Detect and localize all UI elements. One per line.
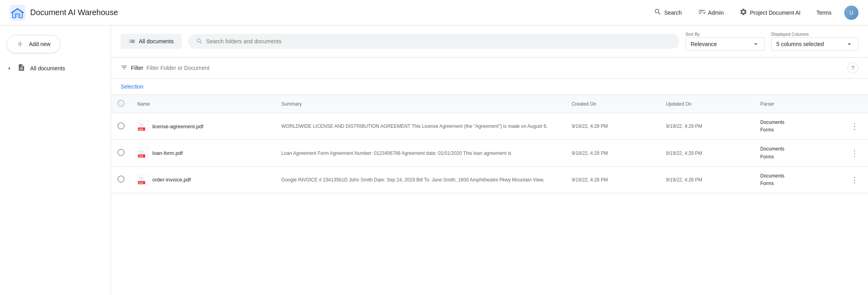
pdf-icon: PDF — [137, 121, 148, 132]
row-more-actions-button[interactable]: ⋮ — [847, 174, 862, 186]
row-actions-cell: ⋮ — [841, 113, 868, 140]
sort-by-value: Relevance — [691, 41, 717, 47]
row-summary-cell: WORLDWIDE LICENSE AND DISTRIBUTION AGREE… — [275, 113, 565, 140]
filter-bar: Filter ? — [111, 58, 868, 79]
svg-text:PDF: PDF — [139, 155, 143, 158]
app-layout: Add new All documents All documents — [0, 25, 868, 295]
row-updated-cell: 9/19/22, 4:29 PM — [660, 113, 754, 140]
svg-text:PDF: PDF — [139, 128, 143, 131]
project-nav-label: Project Document AI — [750, 10, 801, 16]
plus-icon — [16, 40, 24, 48]
svg-rect-5 — [21, 44, 23, 44]
columns-container: Displayed Columns 5 columns selected — [771, 32, 858, 51]
svg-rect-21 — [139, 153, 144, 154]
search-nav-label: Search — [664, 10, 682, 16]
add-new-label: Add new — [29, 41, 50, 47]
col-header-updated: Updated On — [660, 95, 754, 113]
filter-left: Filter — [121, 64, 226, 72]
row-updated-cell: 9/19/22, 4:29 PM — [660, 140, 754, 166]
sidebar: Add new All documents — [0, 25, 111, 295]
row-more-actions-button[interactable]: ⋮ — [847, 120, 862, 132]
row-actions-cell: ⋮ — [841, 166, 868, 193]
search-bar-icon — [196, 38, 203, 45]
row-name-cell: PDF license-agreement.pdf — [131, 113, 275, 140]
svg-rect-28 — [139, 178, 143, 179]
pdf-icon: PDF — [137, 148, 148, 159]
avatar[interactable]: U — [844, 6, 858, 20]
filter-icon — [121, 64, 128, 72]
row-more-actions-button[interactable]: ⋮ — [847, 147, 862, 159]
app-logo: Document AI Warehouse — [10, 5, 118, 21]
row-filename: license-agreement.pdf — [152, 123, 204, 129]
terms-nav-item[interactable]: Terms — [813, 6, 835, 19]
row-checkbox[interactable] — [117, 122, 125, 129]
table-row: PDF order-invoice.pdf Google INVOICE # 2… — [111, 166, 868, 193]
all-documents-button[interactable]: All documents — [121, 34, 182, 49]
top-nav: Document AI Warehouse Search Admin Proje… — [0, 0, 868, 25]
columns-value: 5 columns selected — [776, 41, 824, 47]
svg-rect-4 — [18, 44, 20, 44]
svg-rect-3 — [20, 44, 21, 46]
admin-nav-label: Admin — [708, 10, 724, 16]
search-nav-item[interactable]: Search — [651, 5, 685, 20]
row-created-cell: 9/19/22, 4:29 PM — [565, 113, 660, 140]
row-parser-cell: DocumentsForms — [754, 113, 841, 140]
toolbar: All documents Sort By Relevance Displa — [111, 25, 868, 58]
columns-select[interactable]: 5 columns selected — [771, 37, 858, 51]
row-checkbox-cell — [111, 166, 131, 193]
columns-dropdown-icon — [845, 40, 853, 48]
row-checkbox-cell — [111, 113, 131, 140]
all-documents-btn-label: All documents — [139, 38, 174, 44]
gear-icon — [739, 8, 747, 17]
terms-nav-label: Terms — [816, 10, 832, 16]
nav-actions: Search Admin Project Document AI Terms U — [651, 5, 858, 20]
selection-bar: Selection — [111, 79, 868, 95]
svg-rect-13 — [139, 126, 144, 127]
col-header-summary: Summary — [275, 95, 565, 113]
add-new-button[interactable]: Add new — [6, 35, 60, 53]
project-nav-item[interactable]: Project Document AI — [736, 5, 804, 20]
row-checkbox-cell — [111, 140, 131, 166]
svg-rect-1 — [15, 14, 19, 18]
expand-icon — [6, 65, 13, 71]
avatar-initials: U — [849, 10, 853, 16]
table-body: PDF license-agreement.pdf WORLDWIDE LICE… — [111, 113, 868, 193]
svg-rect-19 — [139, 150, 144, 151]
all-documents-label: All documents — [30, 65, 65, 71]
row-name-cell: PDF order-invoice.pdf — [131, 166, 275, 193]
col-header-actions — [841, 95, 868, 113]
help-button[interactable]: ? — [847, 62, 858, 73]
col-header-parser: Parser — [754, 95, 841, 113]
header-checkbox-cell — [111, 95, 131, 113]
app-logo-icon — [10, 5, 25, 21]
selection-label[interactable]: Selection — [121, 83, 144, 90]
svg-rect-27 — [139, 177, 144, 178]
svg-rect-20 — [139, 152, 143, 152]
svg-rect-29 — [139, 179, 144, 180]
row-updated-cell: 9/19/22, 4:28 PM — [660, 166, 754, 193]
row-filename: loan-form.pdf — [152, 150, 183, 156]
row-checkbox[interactable] — [117, 149, 125, 156]
sidebar-item-all-documents[interactable]: All documents — [0, 60, 104, 77]
table-row: PDF license-agreement.pdf WORLDWIDE LICE… — [111, 113, 868, 140]
row-checkbox[interactable] — [117, 175, 125, 183]
sort-by-select[interactable]: Relevance — [686, 37, 765, 51]
row-created-cell: 9/19/22, 4:28 PM — [565, 166, 660, 193]
svg-rect-12 — [139, 125, 143, 125]
pdf-icon: PDF — [137, 174, 148, 185]
search-bar — [188, 34, 679, 49]
filter-input[interactable] — [146, 65, 226, 71]
row-actions-cell: ⋮ — [841, 140, 868, 166]
select-all-checkbox[interactable] — [117, 100, 125, 107]
sort-by-container: Sort By Relevance — [686, 32, 765, 51]
svg-rect-11 — [139, 123, 144, 124]
document-icon — [17, 64, 25, 73]
main-content: All documents Sort By Relevance Displa — [111, 25, 868, 295]
admin-nav-item[interactable]: Admin — [695, 5, 727, 20]
search-icon — [654, 8, 662, 17]
row-summary-cell: Loan Agreement Form Agreement Number: 01… — [275, 140, 565, 166]
list-icon — [129, 38, 136, 45]
sort-by-dropdown-icon — [752, 40, 760, 48]
columns-label: Displayed Columns — [771, 32, 858, 37]
search-input[interactable] — [206, 38, 671, 44]
